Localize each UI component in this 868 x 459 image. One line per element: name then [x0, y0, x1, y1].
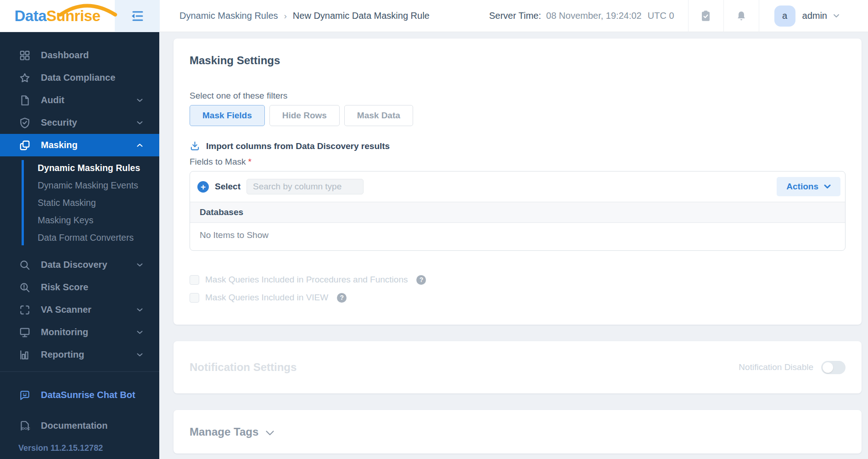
help-icon[interactable]: ? [416, 275, 426, 285]
sidebar-item-security[interactable]: Security [0, 111, 159, 134]
mask-procedures-label: Mask Queries Included in Procedures and … [205, 275, 408, 285]
filter-button-group: Mask Fields Hide Rows Mask Data [190, 105, 846, 126]
sidebar-item-documentation[interactable]: DOC Documentation [0, 415, 159, 437]
chevron-down-icon [824, 184, 831, 189]
app-root: DataSunrise Dynamic Masking Rules › New … [0, 0, 868, 459]
column-type-search-input[interactable] [246, 179, 364, 194]
submenu-rail [22, 160, 24, 245]
search-icon [18, 259, 31, 271]
chevron-down-icon [833, 14, 840, 18]
sidebar-item-audit[interactable]: Audit [0, 89, 159, 111]
manage-tags-expand-button[interactable] [265, 430, 274, 436]
notification-disable-toggle[interactable] [821, 361, 846, 374]
sidebar-item-chatbot[interactable]: DataSunrise Chat Bot [0, 384, 159, 406]
fields-to-mask-label: Fields to Mask* [190, 157, 846, 167]
breadcrumb: Dynamic Masking Rules › New Dynamic Data… [179, 11, 430, 21]
sidebar-item-va-scanner[interactable]: VA Scanner [0, 299, 159, 321]
mask-view-checkbox[interactable] [190, 293, 199, 303]
mask-fields-button[interactable]: Mask Fields [190, 105, 265, 126]
chevron-down-icon [137, 353, 143, 357]
sidebar-item-data-format-converters[interactable]: Data Format Converters [22, 229, 159, 246]
monitor-icon [18, 326, 31, 338]
star-icon [18, 72, 31, 84]
scanner-icon [18, 304, 31, 316]
risk-score-icon [18, 281, 31, 293]
avatar[interactable]: a [774, 6, 795, 27]
bell-icon [735, 10, 747, 22]
mask-view-label: Mask Queries Included in VIEW [205, 293, 328, 303]
notification-settings-card: Notification Settings Notification Disab… [174, 341, 862, 393]
logo-part-data: Data [14, 7, 46, 24]
sidebar-item-label: Data Compliance [41, 72, 115, 83]
server-time-label: Server Time: [489, 11, 541, 21]
filter-group-label: Select one of these filters [190, 91, 846, 101]
mask-data-button[interactable]: Mask Data [344, 105, 413, 126]
mask-procedures-checkbox[interactable] [190, 275, 199, 285]
sidebar-item-monitoring[interactable]: Monitoring [0, 321, 159, 343]
databases-column-header: Databases [190, 202, 845, 223]
fields-label-text: Fields to Mask [190, 157, 246, 166]
sidebar-item-label: DataSunrise Chat Bot [41, 390, 135, 400]
tasks-button[interactable] [689, 0, 723, 32]
sidebar-item-label: Data Discovery [41, 260, 107, 270]
sidebar-divider [0, 371, 159, 372]
sunrise-arc-icon [56, 1, 118, 17]
notification-disable-label: Notification Disable [739, 362, 813, 372]
chevron-down-icon [137, 331, 143, 334]
sidebar: Dashboard Data Compliance Audit [0, 32, 159, 459]
topbar: DataSunrise Dynamic Masking Rules › New … [0, 0, 868, 32]
masking-settings-card: Masking Settings Select one of these fil… [174, 39, 862, 325]
sidebar-item-masking[interactable]: Masking [0, 134, 159, 156]
masking-submenu: Dynamic Masking Rules Dynamic Masking Ev… [0, 159, 159, 246]
add-field-button[interactable]: + [197, 181, 209, 193]
clipboard-check-icon [700, 10, 712, 22]
toggle-knob [823, 362, 833, 373]
sidebar-item-label: VA Scanner [41, 304, 91, 315]
server-time-zone: UTC 0 [648, 11, 674, 21]
help-icon[interactable]: ? [337, 293, 347, 303]
sidebar-item-data-discovery[interactable]: Data Discovery [0, 254, 159, 276]
actions-button[interactable]: Actions [777, 177, 840, 196]
sidebar-item-dynamic-masking-rules[interactable]: Dynamic Masking Rules [22, 159, 159, 177]
hide-rows-button[interactable]: Hide Rows [269, 105, 340, 126]
sidebar-item-label: Documentation [41, 420, 108, 431]
sidebar-item-risk-score[interactable]: Risk Score [0, 276, 159, 299]
sidebar-collapse-button[interactable] [115, 0, 160, 32]
required-mark: * [248, 157, 251, 166]
bar-chart-icon [18, 348, 31, 361]
user-name: admin [802, 11, 827, 21]
sidebar-item-data-compliance[interactable]: Data Compliance [0, 66, 159, 89]
logo-text: DataSunrise [14, 7, 100, 25]
actions-label: Actions [786, 182, 818, 192]
fields-toolbar: + Select Actions [190, 171, 845, 202]
sidebar-item-label: Audit [41, 95, 64, 105]
import-columns-link[interactable]: Import columns from Data Discovery resul… [190, 141, 846, 151]
breadcrumb-parent-link[interactable]: Dynamic Masking Rules [179, 11, 278, 21]
sidebar-item-dashboard[interactable]: Dashboard [0, 44, 159, 66]
chevron-down-icon [137, 263, 143, 267]
sidebar-item-dynamic-masking-events[interactable]: Dynamic Masking Events [22, 177, 159, 194]
chevron-down-icon [137, 121, 143, 125]
datasunrise-logo[interactable]: DataSunrise [0, 7, 115, 25]
breadcrumb-separator: › [284, 11, 287, 21]
manage-tags-title: Manage Tags [190, 426, 258, 438]
svg-text:DOC: DOC [22, 426, 30, 430]
sidebar-item-static-masking[interactable]: Static Masking [22, 194, 159, 211]
sidebar-item-reporting[interactable]: Reporting [0, 343, 159, 366]
collapse-sidebar-icon [130, 10, 145, 22]
mask-procedures-checkbox-row: Mask Queries Included in Procedures and … [190, 275, 846, 285]
user-menu-button[interactable] [833, 14, 840, 18]
chevron-down-icon [137, 99, 143, 102]
server-time-value: 08 November, 19:24:02 [546, 11, 642, 21]
chevron-down-icon [265, 430, 274, 436]
breadcrumb-current: New Dynamic Data Masking Rule [293, 11, 430, 21]
audit-file-icon [18, 94, 31, 106]
chat-bot-icon [18, 389, 31, 401]
import-columns-label: Import columns from Data Discovery resul… [206, 141, 390, 151]
sidebar-item-masking-keys[interactable]: Masking Keys [22, 211, 159, 229]
sidebar-item-label: Monitoring [41, 327, 88, 337]
security-shield-icon [18, 116, 31, 129]
notifications-button[interactable] [724, 0, 759, 32]
sidebar-item-label: Reporting [41, 349, 84, 360]
sidebar-item-label: Risk Score [41, 282, 88, 293]
